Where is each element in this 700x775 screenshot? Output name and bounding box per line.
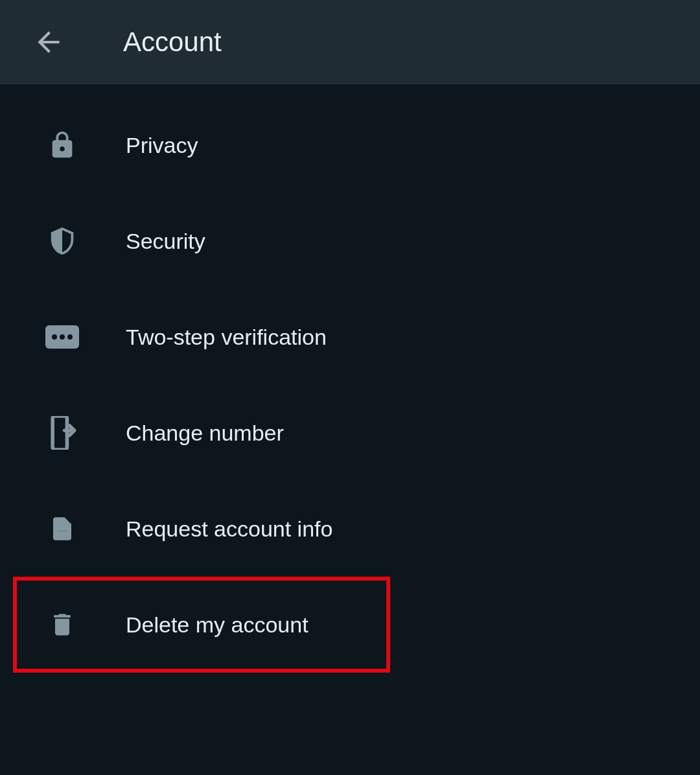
menu-item-change-number[interactable]: Change number — [0, 385, 700, 481]
arrow-left-icon — [32, 26, 65, 58]
menu-item-label: Privacy — [126, 133, 198, 158]
menu-item-two-step[interactable]: Two-step verification — [0, 289, 700, 385]
shield-icon — [44, 223, 80, 259]
change-number-icon — [44, 415, 80, 451]
menu-item-delete-account[interactable]: Delete my account — [13, 577, 390, 673]
menu-list: Privacy Security Two-step verification — [0, 84, 700, 673]
trash-icon — [44, 607, 80, 643]
svg-point-1 — [52, 334, 57, 340]
back-button[interactable] — [29, 23, 68, 62]
page-title: Account — [123, 27, 222, 58]
svg-point-2 — [60, 334, 65, 340]
document-icon — [44, 511, 80, 547]
pin-icon — [44, 319, 80, 355]
menu-item-label: Request account info — [126, 516, 332, 542]
svg-point-3 — [67, 334, 73, 340]
menu-item-privacy[interactable]: Privacy — [0, 97, 700, 193]
menu-item-label: Delete my account — [126, 612, 309, 638]
menu-item-label: Two-step verification — [126, 325, 327, 350]
lock-icon — [44, 127, 80, 163]
menu-item-label: Security — [126, 229, 205, 254]
menu-item-request-info[interactable]: Request account info — [0, 481, 700, 577]
menu-item-label: Change number — [126, 421, 284, 446]
menu-item-security[interactable]: Security — [0, 193, 700, 289]
svg-rect-4 — [52, 416, 67, 450]
header: Account — [0, 0, 700, 84]
